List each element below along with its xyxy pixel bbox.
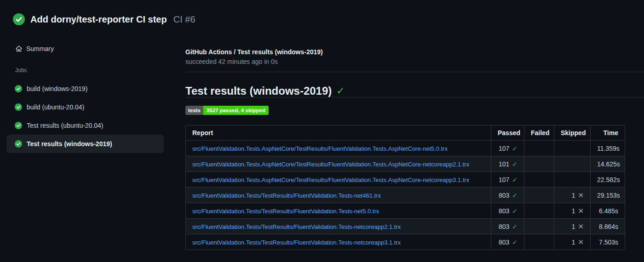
sidebar: Summary Jobs build (windows-2019) build … [0,41,185,250]
table-row: src/FluentValidation.Tests.AspNetCore/Te… [186,172,625,188]
time-value: 7.503s [591,234,625,250]
passed-count: 803 [499,223,509,230]
sidebar-item-test-results-ubuntu[interactable]: Test results (ubuntu-20.04) [6,116,164,135]
check-circle-icon [15,122,22,129]
check-icon: ✓ [512,145,518,152]
sidebar-item-summary[interactable]: Summary [15,44,185,53]
section-heading: Test results (windows-2019) ✓ [185,85,644,97]
time-value: 8.864s [591,219,625,234]
badge-value: 3527 passed, 4 skipped [203,106,269,115]
passed-count: 107 [499,176,509,183]
report-link[interactable]: src/FluentValidation.Tests.AspNetCore/Te… [192,145,448,152]
divider [185,72,644,72]
job-label: Test results (windows-2019) [27,140,112,148]
tests-badge: tests 3527 passed, 4 skipped [185,106,269,115]
table-row: src/FluentValidation.Tests/TestResults/F… [186,234,625,250]
check-icon: ✓ [512,192,518,199]
job-label: build (ubuntu-20.04) [27,103,84,111]
time-value: 11.359s [591,141,625,156]
cross-icon: ✕ [578,191,584,199]
report-link[interactable]: src/FluentValidation.Tests.AspNetCore/Te… [192,161,469,168]
run-title: Add dorny/test-reporter CI step [30,14,167,25]
check-circle-icon [15,85,22,92]
check-icon: ✓ [512,160,518,168]
job-title: GitHub Actions / Test results (windows-2… [185,48,644,56]
check-icon: ✓ [336,85,345,97]
time-value: 29.153s [591,188,625,203]
col-skipped: Skipped [554,125,591,141]
job-list: build (windows-2019) build (ubuntu-20.04… [0,80,185,153]
report-link[interactable]: src/FluentValidation.Tests/TestResults/F… [192,208,379,215]
section-heading-text: Test results (windows-2019) [185,85,332,97]
check-circle-icon [15,103,22,111]
time-value: 22.582s [591,172,625,188]
layout: Summary Jobs build (windows-2019) build … [0,41,644,250]
status-line: succeeded 42 minutes ago in 0s [185,58,644,66]
home-icon [15,45,23,52]
passed-count: 803 [499,239,509,246]
passed-count: 803 [499,207,509,215]
skipped-count: 1 [572,223,575,230]
check-icon: ✓ [512,176,518,183]
passed-count: 107 [499,145,509,152]
report-link[interactable]: src/FluentValidation.Tests/TestResults/F… [192,192,381,199]
job-label: Test results (ubuntu-20.04) [27,122,104,129]
check-icon: ✓ [512,223,518,230]
col-passed: Passed [491,125,524,141]
cross-icon: ✕ [578,238,584,246]
job-label: build (windows-2019) [27,85,87,92]
report-link[interactable]: src/FluentValidation.Tests/TestResults/F… [192,223,401,230]
skipped-count: 1 [572,192,575,199]
check-circle-icon [13,13,25,25]
main-content: GitHub Actions / Test results (windows-2… [185,41,644,250]
table-row: src/FluentValidation.Tests/TestResults/F… [186,188,625,203]
badge-label: tests [185,106,203,115]
time-value: 6.485s [591,203,625,219]
summary-label: Summary [26,45,54,52]
report-link[interactable]: src/FluentValidation.Tests/TestResults/F… [192,239,401,246]
sidebar-item-build-windows[interactable]: build (windows-2019) [6,80,164,98]
sidebar-item-build-ubuntu[interactable]: build (ubuntu-20.04) [6,98,164,116]
passed-count: 101 [499,160,509,168]
skipped-count: 1 [572,239,575,246]
col-failed: Failed [524,125,554,141]
skipped-count: 1 [572,207,575,215]
cross-icon: ✕ [578,222,584,230]
col-time: Time [591,125,625,141]
check-circle-icon [15,140,22,148]
run-header: Add dorny/test-reporter CI step CI #6 [13,13,644,25]
run-number: CI #6 [173,14,196,25]
cross-icon: ✕ [578,207,584,215]
time-value: 14.625s [591,156,625,172]
table-row: src/FluentValidation.Tests/TestResults/F… [186,203,625,219]
report-link[interactable]: src/FluentValidation.Tests.AspNetCore/Te… [192,177,469,183]
table-header-row: Report Passed Failed Skipped Time [186,125,625,141]
jobs-heading: Jobs [15,67,185,74]
col-report: Report [186,125,491,141]
passed-count: 803 [499,192,509,199]
check-icon: ✓ [512,239,518,246]
results-table: Report Passed Failed Skipped Time src/Fl… [185,125,625,250]
check-icon: ✓ [512,207,518,215]
table-row: src/FluentValidation.Tests/TestResults/F… [186,219,625,234]
table-row: src/FluentValidation.Tests.AspNetCore/Te… [186,141,625,156]
table-row: src/FluentValidation.Tests.AspNetCore/Te… [186,156,625,172]
sidebar-item-test-results-windows[interactable]: Test results (windows-2019) [6,135,164,153]
